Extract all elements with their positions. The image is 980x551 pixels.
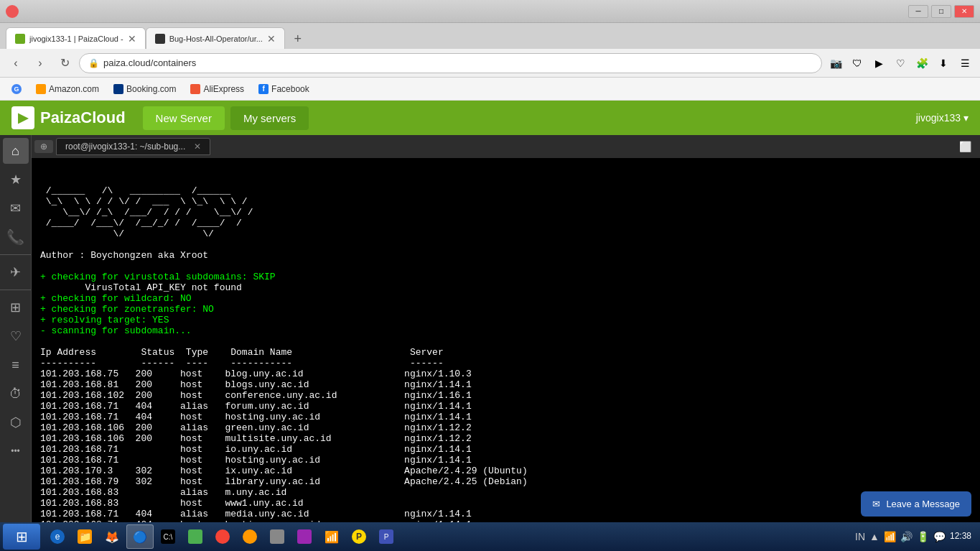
minimize-button[interactable]: ─ xyxy=(908,5,928,18)
tray-battery[interactable]: 🔋 xyxy=(917,531,929,542)
tabs-bar: jivogix133-1 | PaizaCloud - ✕ Bug-Host-A… xyxy=(0,23,980,49)
app8-icon: P xyxy=(379,529,393,544)
tray-volume[interactable]: 🔊 xyxy=(900,531,913,542)
ie-icon: e xyxy=(50,529,65,544)
back-button[interactable]: ‹ xyxy=(6,53,26,73)
taskbar-item-ie[interactable]: e xyxy=(45,524,70,549)
terminal-tab-label: root@jivogix133-1: ~/sub-bug... xyxy=(65,142,185,152)
tab-close-github[interactable]: ✕ xyxy=(267,33,276,45)
tab-favicon-github xyxy=(155,34,165,44)
bookmark-amazon[interactable]: Amazon.com xyxy=(30,81,105,97)
taskbar-item-app8[interactable]: P xyxy=(373,524,399,549)
app6-icon: 📶 xyxy=(325,529,339,544)
tab-favicon-paiza xyxy=(15,34,25,44)
paiza-username: jivogix133 xyxy=(916,112,961,124)
bookmark-booking-label: Booking.com xyxy=(126,84,176,94)
menu-icon[interactable]: ☰ xyxy=(956,54,974,73)
sidebar-btn-hexagon[interactable]: ⬡ xyxy=(3,409,29,435)
taskbar-item-app6[interactable]: 📶 xyxy=(319,524,345,549)
app1-icon xyxy=(188,529,202,544)
new-tab-button[interactable]: + xyxy=(288,29,308,49)
facebook-favicon: f xyxy=(258,84,269,94)
tab-title-github: Bug-Host-All-Operator/ur... xyxy=(169,34,263,43)
address-input[interactable]: 🔒 paiza.cloud/containers xyxy=(79,53,822,73)
start-button[interactable]: ⊞ xyxy=(3,524,40,550)
terminal-row-11: 101.203.168.79 302 host library.uny.ac.i… xyxy=(40,476,528,487)
taskbar-item-chrome[interactable]: 🔵 xyxy=(126,524,154,549)
main-area: ⌂ ★ ✉ 📞 ✈ ⊞ ♡ ≡ ⏱ ⬡ ••• ⊕ root@jivogix13… xyxy=(0,135,980,551)
sidebar-btn-home[interactable]: ⌂ xyxy=(3,138,29,164)
window-controls: ─ □ ✕ xyxy=(908,5,974,18)
sidebar-btn-favorites[interactable]: ★ xyxy=(3,167,29,193)
taskbar: ⊞ e 📁 🦊 🔵 C:\ 📶 P P IN ▲ 📶 🔊 � xyxy=(0,522,980,551)
forward-button[interactable]: › xyxy=(30,53,50,73)
taskbar-item-app2[interactable] xyxy=(210,524,235,549)
bookmark-facebook-label: Facebook xyxy=(271,84,309,94)
bookmark-booking[interactable]: Booking.com xyxy=(108,81,182,97)
camera-icon[interactable]: 📷 xyxy=(826,54,845,73)
tray-expand[interactable]: ▲ xyxy=(869,531,879,542)
terminal-ascii-art: /______ /\ _________ /______ \_\ \ \ / /… xyxy=(40,185,253,239)
close-button[interactable]: ✕ xyxy=(954,5,974,18)
terminal-output-2: VirusTotal API_KEY not found xyxy=(40,282,242,293)
bookmark-aliexpress[interactable]: AliExpress xyxy=(185,81,250,97)
reload-button[interactable]: ↻ xyxy=(55,53,75,73)
sidebar-btn-more[interactable]: ••• xyxy=(3,438,29,464)
terminal-author: Author : Boychongzen aka Xroot xyxy=(40,250,208,261)
terminal-output-1: + checking for virustotal subdomains: SK… xyxy=(40,272,276,282)
download-icon[interactable]: ⬇ xyxy=(934,54,953,73)
extensions-icon[interactable]: 🧩 xyxy=(913,54,931,73)
taskbar-item-app5[interactable] xyxy=(291,524,317,549)
terminal-output-4: + checking for zonetransfer: NO xyxy=(40,304,214,315)
taskbar-item-app3[interactable] xyxy=(237,524,263,549)
heart-icon[interactable]: ♡ xyxy=(891,54,910,73)
sidebar-divider xyxy=(0,254,31,255)
bookmark-amazon-label: Amazon.com xyxy=(49,84,99,94)
sidebar-btn-messages[interactable]: ✉ xyxy=(3,195,29,221)
new-server-button[interactable]: New Server xyxy=(143,106,225,130)
terminal-table-sep: ---------- ------ ---- ----------- -----… xyxy=(40,358,444,369)
sidebar-btn-calls[interactable]: 📞 xyxy=(3,224,29,250)
tray-keyboard[interactable]: IN xyxy=(855,531,865,542)
maximize-button[interactable]: □ xyxy=(931,5,951,18)
terminal-row-8: 101.203.168.71 host io.uny.ac.id nginx/1… xyxy=(40,444,472,455)
terminal-tab-close[interactable]: ✕ xyxy=(194,142,201,152)
my-servers-button[interactable]: My servers xyxy=(230,106,309,130)
leave-message-button[interactable]: ✉ Leave a Message xyxy=(861,491,971,517)
bookmark-facebook[interactable]: f Facebook xyxy=(253,81,315,97)
cast-icon[interactable]: ▶ xyxy=(869,54,888,73)
terminal-new-tab-button[interactable]: ⊕ xyxy=(34,140,53,153)
terminal-output-6: - scanning for subdomain... xyxy=(40,325,192,336)
tab-close-paiza[interactable]: ✕ xyxy=(128,33,136,45)
taskbar-item-app4[interactable] xyxy=(264,524,290,549)
taskbar-item-app7[interactable]: P xyxy=(346,524,372,549)
tab-paizacloud[interactable]: jivogix133-1 | PaizaCloud - ✕ xyxy=(6,27,146,49)
terminal-row-10: 101.203.170.3 302 host ix.uny.ac.id Apac… xyxy=(40,466,528,476)
terminal-body[interactable]: /______ /\ _________ /______ \_\ \ \ / /… xyxy=(32,158,980,551)
sidebar-btn-menu[interactable]: ≡ xyxy=(3,352,29,378)
terminal-tab-active[interactable]: root@jivogix133-1: ~/sub-bug... ✕ xyxy=(56,138,210,155)
terminal-row-2: 101.203.168.81 200 host blogs.uny.ac.id … xyxy=(40,379,472,390)
taskbar-clock: 12:38 xyxy=(950,531,971,542)
sidebar-btn-send[interactable]: ✈ xyxy=(3,259,29,285)
amazon-favicon xyxy=(36,84,46,94)
tray-network[interactable]: 📶 xyxy=(884,531,896,542)
paiza-user[interactable]: jivogix133 ▾ xyxy=(916,112,969,124)
sidebar-btn-timer[interactable]: ⏱ xyxy=(3,381,29,407)
sidebar-btn-heart[interactable]: ♡ xyxy=(3,323,29,349)
paiza-logo-text: PaizaCloud xyxy=(40,108,126,127)
title-bar: ─ □ ✕ xyxy=(0,0,980,23)
tray-notification[interactable]: 💬 xyxy=(933,531,946,542)
bookmark-google[interactable]: G xyxy=(6,81,27,97)
tab-github[interactable]: Bug-Host-All-Operator/ur... ✕ xyxy=(146,27,285,49)
shield-icon[interactable]: 🛡 xyxy=(848,54,867,73)
sidebar-btn-grid[interactable]: ⊞ xyxy=(3,295,29,320)
taskbar-item-explorer[interactable]: 📁 xyxy=(72,524,98,549)
firefox-icon: 🦊 xyxy=(105,529,119,544)
taskbar-item-app1[interactable] xyxy=(182,524,208,549)
google-favicon: G xyxy=(11,84,22,94)
taskbar-item-firefox[interactable]: 🦊 xyxy=(99,524,125,549)
taskbar-item-cmd[interactable]: C:\ xyxy=(155,524,181,549)
start-icon: ⊞ xyxy=(16,528,28,545)
terminal-maximize-button[interactable]: ⬜ xyxy=(953,138,977,155)
